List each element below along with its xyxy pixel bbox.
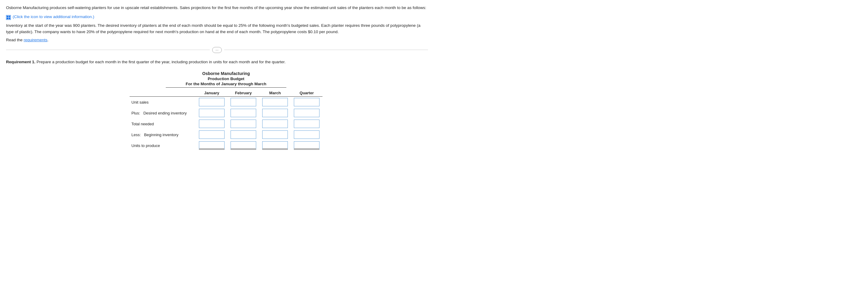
col-header-quarter: Quarter xyxy=(291,90,322,97)
total-needed-qtr-input[interactable] xyxy=(294,120,319,128)
beg-inv-jan-cell xyxy=(196,129,227,140)
budget-period: For the Months of January through March xyxy=(166,81,286,88)
units-prod-jan-input[interactable] xyxy=(199,141,224,150)
beg-inv-qtr-cell xyxy=(291,129,322,140)
inventory-text: Inventory at the start of the year was 9… xyxy=(6,22,428,35)
desired-inv-qtr-cell xyxy=(291,107,322,119)
desired-inv-mar-cell xyxy=(259,107,291,119)
intro-text: Osborne Manufacturing produces self-wate… xyxy=(6,5,428,11)
table-row: Plus: Desired ending inventory xyxy=(130,107,322,119)
table-row: Total needed xyxy=(130,119,322,129)
units-prod-qtr-cell xyxy=(291,140,322,151)
desired-inv-jan-cell xyxy=(196,107,227,119)
unit-sales-jan-cell xyxy=(196,97,227,108)
table-row: Less: Beginning inventory xyxy=(130,129,322,140)
total-needed-mar-input[interactable] xyxy=(262,120,288,128)
unit-sales-mar-input[interactable] xyxy=(262,98,288,106)
col-header-february: February xyxy=(227,90,259,97)
column-header-row: January February March Quarter xyxy=(130,90,322,97)
units-prod-qtr-input[interactable] xyxy=(294,141,319,150)
unit-sales-feb-cell xyxy=(227,97,259,108)
desired-inv-qtr-input[interactable] xyxy=(294,109,319,117)
total-needed-jan-input[interactable] xyxy=(199,120,224,128)
read-line: Read the requirements. xyxy=(6,38,428,42)
table-row: Units to produce xyxy=(130,140,322,151)
requirement-text: Requirement 1. Prepare a production budg… xyxy=(6,59,428,65)
budget-table-container: Osborne Manufacturing Production Budget … xyxy=(24,71,428,151)
requirement-section: Requirement 1. Prepare a production budg… xyxy=(6,59,428,151)
unit-sales-feb-input[interactable] xyxy=(230,98,256,106)
units-prod-feb-input[interactable] xyxy=(230,141,256,150)
units-prod-mar-input[interactable] xyxy=(262,141,288,150)
divider-dots: ··· xyxy=(212,47,222,53)
beg-inv-feb-input[interactable] xyxy=(230,130,256,139)
units-prod-feb-cell xyxy=(227,140,259,151)
total-needed-jan-cell xyxy=(196,119,227,129)
unit-sales-qtr-cell xyxy=(291,97,322,108)
requirement-label: Requirement 1. xyxy=(6,60,36,64)
divider-section: ··· xyxy=(6,47,428,53)
row-label-total-needed: Total needed xyxy=(130,119,196,129)
total-needed-feb-cell xyxy=(227,119,259,129)
desired-inv-mar-input[interactable] xyxy=(262,109,288,117)
beg-inv-qtr-input[interactable] xyxy=(294,130,319,139)
budget-type-title: Production Budget xyxy=(208,76,244,81)
beg-inv-feb-cell xyxy=(227,129,259,140)
row-label-units-produce: Units to produce xyxy=(130,140,196,151)
desired-inv-feb-input[interactable] xyxy=(230,109,256,117)
beg-inv-jan-input[interactable] xyxy=(199,130,224,139)
row-label-beginning-inventory: Less: Beginning inventory xyxy=(130,129,196,140)
desired-inv-jan-input[interactable] xyxy=(199,109,224,117)
click-info-link[interactable]: (Click the icon to view additional infor… xyxy=(13,14,94,19)
desired-inv-feb-cell xyxy=(227,107,259,119)
grid-table-icon[interactable] xyxy=(6,13,11,20)
total-needed-mar-cell xyxy=(259,119,291,129)
budget-company-title: Osborne Manufacturing xyxy=(202,71,250,76)
units-prod-mar-cell xyxy=(259,140,291,151)
total-needed-qtr-cell xyxy=(291,119,322,129)
requirements-link[interactable]: requirements xyxy=(24,38,48,42)
col-header-march: March xyxy=(259,90,291,97)
table-row: Unit sales xyxy=(130,97,322,108)
click-icon-line: (Click the icon to view additional infor… xyxy=(6,13,428,20)
production-budget-table: January February March Quarter Unit sale… xyxy=(130,90,322,151)
row-label-unit-sales: Unit sales xyxy=(130,97,196,108)
col-header-label xyxy=(130,90,196,97)
beg-inv-mar-input[interactable] xyxy=(262,130,288,139)
total-needed-feb-input[interactable] xyxy=(230,120,256,128)
beg-inv-mar-cell xyxy=(259,129,291,140)
requirement-body: Prepare a production budget for each mon… xyxy=(36,60,286,64)
units-prod-jan-cell xyxy=(196,140,227,151)
unit-sales-mar-cell xyxy=(259,97,291,108)
unit-sales-jan-input[interactable] xyxy=(199,98,224,106)
col-header-january: January xyxy=(196,90,227,97)
row-label-desired-inventory: Plus: Desired ending inventory xyxy=(130,107,196,119)
unit-sales-qtr-input[interactable] xyxy=(294,98,319,106)
